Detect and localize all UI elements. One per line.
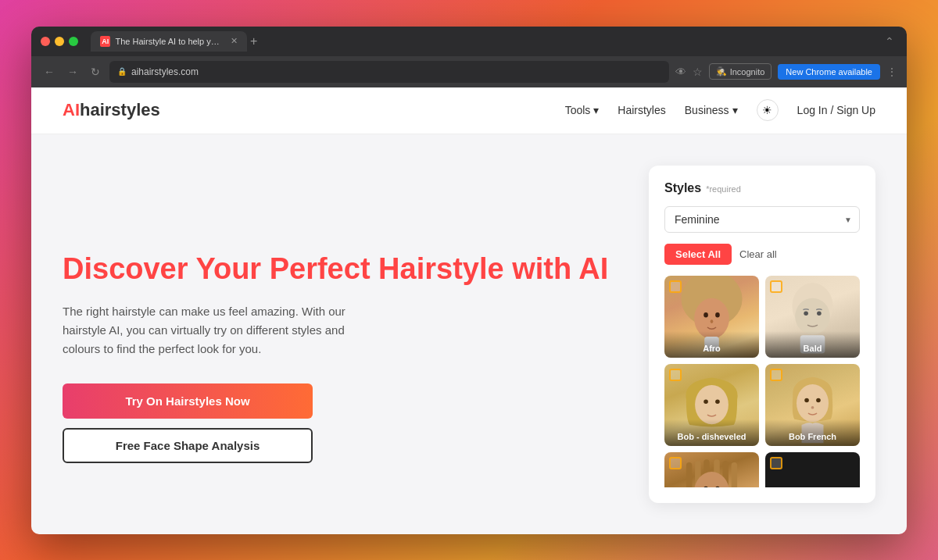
filter-row: Select All Clear all	[664, 244, 860, 265]
svg-point-7	[795, 298, 830, 334]
style-card-brad-pitt[interactable]: image coming soon. Brad pitt Fury slickb…	[765, 452, 860, 487]
hero-description: The right hairstyle can make us feel ama…	[63, 302, 360, 358]
minimize-window-button[interactable]	[55, 37, 64, 46]
svg-point-3	[715, 312, 720, 317]
business-chevron-icon: ▾	[732, 104, 738, 116]
svg-point-12	[704, 399, 708, 404]
nav-hairstyles[interactable]: Hairstyles	[618, 104, 665, 116]
svg-point-17	[811, 405, 814, 408]
bob-french-checkbox[interactable]	[770, 369, 782, 381]
address-bar[interactable]: 🔒 aihairstyles.com	[109, 61, 669, 83]
hero-title: Discover Your Perfect Hairstyle with AI	[63, 251, 618, 287]
panel-required: *required	[706, 184, 741, 194]
bald-checkbox[interactable]	[770, 280, 782, 293]
svg-rect-23	[732, 462, 737, 487]
svg-point-2	[704, 312, 708, 317]
select-all-button[interactable]: Select All	[664, 244, 732, 265]
tools-chevron-icon: ▾	[593, 104, 599, 116]
svg-point-8	[804, 311, 808, 316]
bob-disheveled-label: Bob - disheveled	[664, 419, 759, 446]
panel-header: Styles *required	[664, 181, 860, 195]
nav-tools[interactable]: Tools ▾	[565, 104, 600, 116]
hero-section: Discover Your Perfect Hairstyle with AI …	[63, 166, 618, 503]
tab-close-button[interactable]: ✕	[231, 36, 238, 46]
style-card-afro[interactable]: Afro	[664, 276, 759, 358]
lock-icon: 🔒	[117, 67, 127, 76]
back-button[interactable]: ←	[41, 62, 58, 81]
browser-toolbar: ← → ↻ 🔒 aihairstyles.com 👁 ☆ 🕵 Incognito…	[31, 56, 907, 87]
eye-icon[interactable]: 👁	[675, 66, 686, 78]
theme-toggle-button[interactable]: ☀	[757, 99, 779, 121]
more-options-button[interactable]: ⋮	[886, 66, 897, 78]
bob-french-label: Bob French	[765, 419, 860, 446]
close-window-button[interactable]	[41, 37, 50, 46]
style-card-bald[interactable]: Bald	[765, 276, 860, 358]
logo-text: hairstyles	[80, 100, 160, 119]
login-link[interactable]: Log In / Sign Up	[797, 104, 875, 116]
style-dropdown[interactable]: Feminine Masculine	[664, 206, 860, 233]
address-text: aihairstyles.com	[131, 66, 199, 77]
star-icon[interactable]: ☆	[693, 66, 703, 78]
svg-point-16	[816, 398, 821, 402]
toolbar-right: 👁 ☆ 🕵 Incognito New Chrome available ⋮	[675, 63, 897, 80]
face-shape-analysis-button[interactable]: Free Face Shape Analysis	[63, 428, 313, 463]
new-tab-button[interactable]: +	[250, 34, 257, 48]
svg-point-4	[711, 319, 714, 323]
styles-panel: Styles *required Feminine Masculine ▼ Se…	[649, 166, 875, 503]
svg-point-15	[804, 398, 809, 402]
brad-pitt-checkbox[interactable]	[770, 457, 782, 469]
browser-window: AI The Hairstyle AI to help you fi ✕ + ⌃…	[31, 27, 907, 534]
traffic-lights	[41, 37, 78, 46]
style-select-wrapper: Feminine Masculine ▼	[664, 206, 860, 233]
forward-button[interactable]: →	[64, 62, 81, 81]
style-card-bob-french[interactable]: Bob French	[765, 364, 860, 446]
browser-titlebar: AI The Hairstyle AI to help you fi ✕ + ⌃	[31, 27, 907, 56]
new-chrome-button[interactable]: New Chrome available	[778, 64, 880, 80]
svg-point-11	[695, 384, 729, 423]
incognito-label: Incognito	[730, 67, 765, 77]
nav-links: Tools ▾ Hairstyles Business ▾ ☀ Log In /…	[565, 99, 875, 121]
style-grid: Afro	[664, 276, 860, 487]
tab-bar: AI The Hairstyle AI to help you fi ✕ +	[91, 31, 879, 52]
logo-ai: AI	[63, 100, 80, 119]
svg-point-9	[817, 311, 822, 316]
incognito-button[interactable]: 🕵 Incognito	[709, 63, 772, 80]
svg-point-14	[797, 383, 829, 421]
main-area: Discover Your Perfect Hairstyle with AI …	[31, 134, 907, 534]
afro-label: Afro	[664, 331, 759, 358]
nav-business[interactable]: Business ▾	[685, 104, 738, 116]
maximize-window-button[interactable]	[69, 37, 78, 46]
site-logo[interactable]: AIhairstyles	[63, 100, 160, 120]
incognito-icon: 🕵	[716, 66, 727, 77]
page-content: AIhairstyles Tools ▾ Hairstyles Business…	[31, 87, 907, 534]
reload-button[interactable]: ↻	[88, 62, 103, 81]
site-nav: AIhairstyles Tools ▾ Hairstyles Business…	[31, 87, 907, 134]
svg-rect-18	[686, 462, 692, 487]
svg-point-13	[715, 399, 720, 404]
try-hairstyles-button[interactable]: Try On Hairstyles Now	[63, 383, 313, 419]
window-controls-icon: ⌃	[885, 35, 894, 48]
tab-favicon-icon: AI	[100, 36, 110, 47]
panel-title: Styles	[664, 181, 701, 195]
afro-checkbox[interactable]	[669, 280, 682, 293]
browser-tab[interactable]: AI The Hairstyle AI to help you fi ✕	[91, 31, 247, 52]
bob-disheveled-checkbox[interactable]	[669, 369, 682, 381]
bald-label: Bald	[765, 331, 860, 358]
style-card-bob-disheveled[interactable]: Bob - disheveled	[664, 364, 759, 446]
tab-title: The Hairstyle AI to help you fi	[115, 37, 223, 46]
style-card-box-braids[interactable]: Box Braids Long	[664, 452, 759, 487]
clear-all-button[interactable]: Clear all	[739, 248, 777, 260]
box-braids-checkbox[interactable]	[669, 457, 682, 469]
